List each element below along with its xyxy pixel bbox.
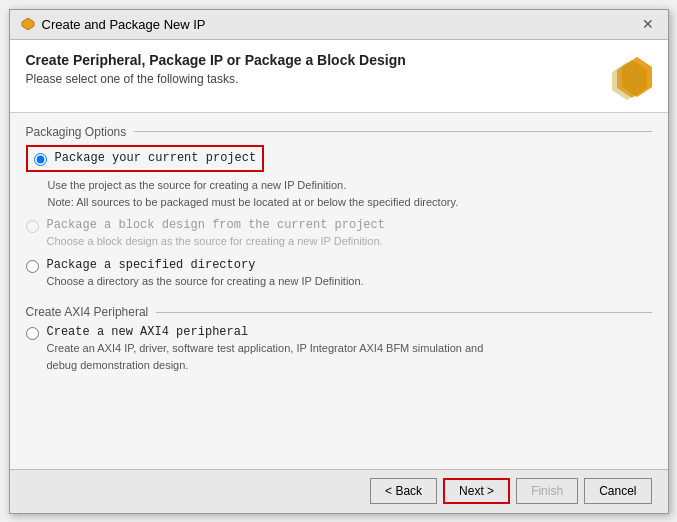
next-button[interactable]: Next > (443, 478, 510, 504)
radio-option-3[interactable]: Package a specified directory Choose a d… (26, 258, 652, 289)
title-bar-left: Create and Package New IP (20, 16, 206, 32)
option-4-desc-2: debug demonstration design. (47, 358, 484, 373)
option-1-desc-1: Use the project as the source for creati… (48, 178, 652, 193)
radio-input-4[interactable] (26, 327, 39, 340)
option-2-labels: Package a block design from the current … (47, 218, 385, 249)
packaging-options-title: Packaging Options (26, 125, 652, 139)
content-area: Packaging Options Package your current p… (10, 113, 668, 469)
radio-input-2[interactable] (26, 220, 39, 233)
radio-label-2[interactable]: Package a block design from the current … (47, 218, 385, 232)
radio-input-3[interactable] (26, 260, 39, 273)
close-button[interactable]: ✕ (638, 15, 658, 33)
xilinx-logo (602, 52, 652, 102)
radio-option-4[interactable]: Create a new AXI4 peripheral Create an A… (26, 325, 652, 374)
header-section: Create Peripheral, Package IP or Package… (10, 40, 668, 113)
dialog-window: Create and Package New IP ✕ Create Perip… (9, 9, 669, 514)
header-subtext: Please select one of the following tasks… (26, 72, 406, 86)
packaging-options-group: Packaging Options Package your current p… (26, 125, 652, 290)
header-heading: Create Peripheral, Package IP or Package… (26, 52, 406, 68)
radio-option-1[interactable]: Package your current project (26, 145, 652, 174)
header-text: Create Peripheral, Package IP or Package… (26, 52, 406, 86)
option-1-desc-2: Note: All sources to be packaged must be… (48, 195, 652, 210)
back-button[interactable]: < Back (370, 478, 437, 504)
option-2-desc: Choose a block design as the source for … (47, 234, 385, 249)
app-icon (20, 16, 36, 32)
title-bar: Create and Package New IP ✕ (10, 10, 668, 40)
axi4-section-title: Create AXI4 Peripheral (26, 305, 652, 319)
finish-button[interactable]: Finish (516, 478, 578, 504)
option-3-desc: Choose a directory as the source for cre… (47, 274, 364, 289)
option-3-labels: Package a specified directory Choose a d… (47, 258, 364, 289)
radio-label-1[interactable]: Package your current project (55, 151, 257, 165)
svg-marker-0 (22, 18, 34, 30)
axi4-options-group: Create AXI4 Peripheral Create a new AXI4… (26, 305, 652, 374)
dialog-title: Create and Package New IP (42, 17, 206, 32)
radio-option-2[interactable]: Package a block design from the current … (26, 218, 652, 249)
radio-label-4[interactable]: Create a new AXI4 peripheral (47, 325, 484, 339)
option-4-labels: Create a new AXI4 peripheral Create an A… (47, 325, 484, 374)
option-4-desc-1: Create an AXI4 IP, driver, software test… (47, 341, 484, 356)
footer: < Back Next > Finish Cancel (10, 469, 668, 513)
radio-input-1[interactable] (34, 153, 47, 166)
option-1-desc: Use the project as the source for creati… (48, 178, 652, 211)
cancel-button[interactable]: Cancel (584, 478, 651, 504)
selected-option-box: Package your current project (26, 145, 265, 172)
radio-label-3[interactable]: Package a specified directory (47, 258, 364, 272)
